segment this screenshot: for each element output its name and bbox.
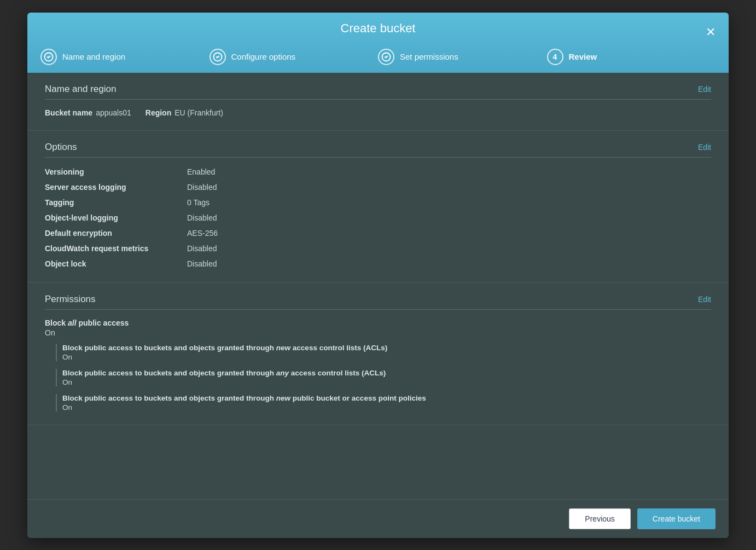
perm-em: all (68, 319, 77, 327)
step2-icon (210, 49, 226, 65)
step-set-permissions: Set permissions (378, 49, 547, 73)
modal-title: Create bucket (341, 21, 416, 36)
step1-icon (40, 49, 57, 65)
step4-icon: 4 (547, 49, 563, 65)
step2-label: Configure options (231, 52, 296, 61)
option-label: Versioning (45, 166, 187, 177)
options-section: Options Edit VersioningEnabledServer acc… (27, 131, 729, 283)
perm-sub-item: Block public access to buckets and objec… (56, 344, 711, 361)
option-label: CloudWatch request metrics (45, 243, 187, 254)
name-region-header: Name and region Edit (45, 84, 711, 95)
bucket-name-label: Bucket name (45, 108, 92, 117)
step3-icon (378, 49, 394, 65)
permissions-sub-items: Block public access to buckets and objec… (45, 344, 711, 412)
name-region-info: Bucket name appuals01 Region EU (Frankfu… (45, 108, 711, 117)
close-button[interactable]: ✕ (706, 26, 716, 38)
create-bucket-button[interactable]: Create bucket (637, 508, 716, 529)
option-value: Disabled (187, 182, 711, 193)
perm-sub-label: Block public access to buckets and objec… (62, 394, 711, 402)
options-title: Options (45, 142, 77, 153)
permissions-main-label: Block all public access (45, 319, 711, 327)
perm-sub-status: On (62, 403, 711, 412)
options-divider (45, 157, 711, 158)
permissions-title: Permissions (45, 294, 96, 305)
perm-after-em: public access (77, 319, 129, 327)
modal-footer: Previous Create bucket (27, 499, 729, 538)
permissions-section: Permissions Edit Block all public access… (27, 283, 729, 425)
perm-sub-item: Block public access to buckets and objec… (56, 369, 711, 386)
bucket-name-value: appuals01 (96, 108, 131, 117)
option-label: Default encryption (45, 228, 187, 239)
perm-before-em: Block (45, 319, 68, 327)
option-label: Server access logging (45, 182, 187, 193)
title-row: Create bucket ✕ (40, 21, 716, 43)
option-value: 0 Tags (187, 197, 711, 208)
step3-label: Set permissions (400, 52, 458, 61)
name-region-section: Name and region Edit Bucket name appuals… (27, 73, 729, 131)
option-label: Tagging (45, 197, 187, 208)
perm-sub-label: Block public access to buckets and objec… (62, 344, 711, 352)
option-value: Disabled (187, 258, 711, 269)
step-name-region: Name and region (40, 49, 210, 73)
permissions-header: Permissions Edit (45, 294, 711, 305)
permissions-edit-button[interactable]: Edit (698, 295, 711, 304)
option-value: Disabled (187, 212, 711, 223)
options-table: VersioningEnabledServer access loggingDi… (45, 166, 711, 269)
step4-number: 4 (553, 53, 557, 61)
perm-sub-status: On (62, 378, 711, 386)
modal-header: Create bucket ✕ Name and region (27, 13, 729, 73)
permissions-main-status: On (45, 328, 711, 337)
name-region-title: Name and region (45, 84, 116, 95)
option-value: AES-256 (187, 228, 711, 239)
step-review: 4 Review (547, 49, 716, 73)
perm-sub-status: On (62, 353, 711, 361)
perm-sub-label: Block public access to buckets and objec… (62, 369, 711, 377)
option-value: Enabled (187, 166, 711, 177)
previous-button[interactable]: Previous (569, 508, 630, 529)
permissions-divider (45, 309, 711, 310)
option-value: Disabled (187, 243, 711, 254)
name-region-divider (45, 99, 711, 100)
step1-label: Name and region (62, 52, 125, 61)
modal-content: Name and region Edit Bucket name appuals… (27, 73, 729, 499)
region-value: EU (Frankfurt) (175, 108, 223, 117)
option-label: Object-level logging (45, 212, 187, 223)
perm-sub-item: Block public access to buckets and objec… (56, 394, 711, 412)
name-region-edit-button[interactable]: Edit (698, 85, 711, 94)
steps-row: Name and region Configure options (40, 43, 716, 73)
create-bucket-modal: Create bucket ✕ Name and region (27, 13, 729, 538)
options-header: Options Edit (45, 142, 711, 153)
step-configure-options: Configure options (210, 49, 379, 73)
region-label: Region (146, 108, 171, 117)
option-label: Object lock (45, 258, 187, 269)
options-edit-button[interactable]: Edit (698, 143, 711, 152)
step4-label: Review (569, 52, 597, 61)
